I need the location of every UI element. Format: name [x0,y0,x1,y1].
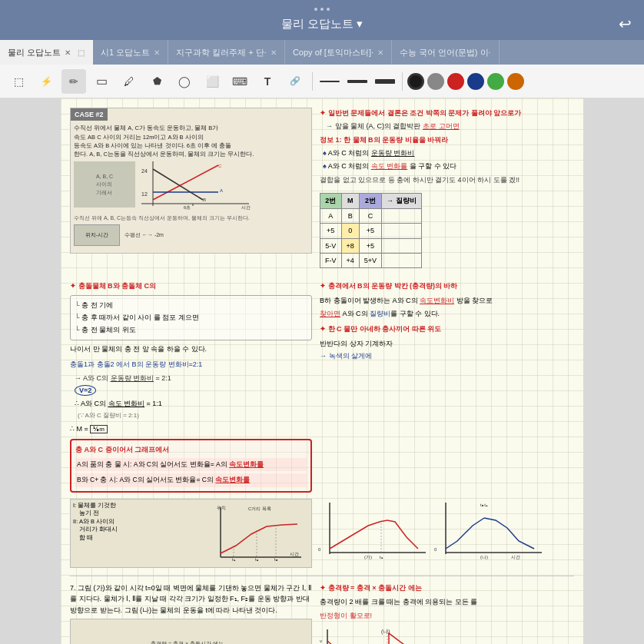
red-box-line1: A의 품의 충 물 시: A와 C의 실어서도 변화율= A의 속도변화를 [75,458,307,472]
color-green[interactable] [487,73,504,90]
title-text: 물리 오답노트 [281,17,354,32]
svg-text:B: B [203,198,206,202]
main-content[interactable]: CASE #2 수직선 위에서 물체 A, C가 동속도 운동하고, 물체 B가… [0,98,644,644]
highlighter-tool-button[interactable]: 🖊 [117,69,141,94]
top-section: CASE #2 수직선 위에서 물체 A, C가 동속도 운동하고, 물체 B가… [70,108,574,274]
graph-na: (나) 0 t₃ t₄ 시간 [434,499,546,563]
tab-close-icon[interactable]: ✕ [154,48,160,57]
problem7-text: 7. 그림 (가)와 같이 시각 t=0일 때 벽면에 물체를 기댄하 놓으면 … [70,583,312,616]
middle-section: ✦ 충돌물체 B와 충돌체 C의 └ 충 전 기에 └ 충 후 때까서 같이 사… [70,281,574,493]
red-box-header: 충 A와 C 증이어서 그래프에서 [75,444,307,455]
app-title: 물리 오답노트 ▾ [281,17,363,32]
svg-text:t₁: t₁ [232,557,236,562]
problem7-left: 7. 그림 (가)와 같이 시각 t=0일 때 벽면에 물체를 기댄하 놓으면 … [70,583,312,644]
velocity-time-graph: t₁ t₂ t₃ t₄ 시간 0 v (나) [320,626,473,644]
bluetooth-button[interactable]: ⚡ [34,69,58,94]
svg-text:t₃: t₃ [274,557,278,562]
svg-text:시간: 시간 [511,555,520,559]
svg-text:충격량 = 충격 × 충돌시간 에는: 충격량 = 충격 × 충돌시간 에는 [151,641,224,644]
back-button[interactable]: ↩ [619,15,632,33]
conclusion-line: 결합을 없고 있으므로 등 충에 하시만 결기도 4이어 하시 도를 겠!! [320,174,574,185]
collision-box: └ 충 전 기에 └ 충 후 때까서 같이 사이 를 점포 계으면 └ 충 전 … [70,295,312,340]
mass-formula: ∴ M = ⅓m [70,423,312,435]
color-gray[interactable] [427,73,444,90]
tab-korean-language[interactable]: 수능 국어 언어(문법) 이· [392,40,500,65]
dropdown-icon[interactable]: ▾ [357,17,363,31]
svg-text:(가): (가) [364,555,372,559]
tab-copy-toeic[interactable]: Copy of [토익마스터]· ✕ [285,40,392,65]
collision-item2: └ 충 후 때까서 같이 사이 를 점포 계으면 [75,312,307,323]
tab-physics-notes[interactable]: 물리 오답노트 ✕ ⬚ [0,40,93,65]
link-button[interactable]: 🔗 [283,69,307,94]
mass-ratio: ∴ A와 C의 속도 변화비 = 1:1 [75,398,312,409]
right-star-heading: ✦ 충격에서 B의 운동량 박칸 (충격량)의 바하 [320,281,574,291]
impulse-line2: 반정형이 활모로! [320,610,574,621]
bottom-star-heading: ✦ 한 C 물만 아네하 충사끼어 따른 위도 [320,324,574,334]
position-graph: 12 24 C A B 시간 6 [141,161,257,211]
svg-text:6초: 6초 [184,205,191,210]
svg-text:v: v [320,639,322,643]
right-analysis2: ✦ 충격에서 B의 운동량 박칸 (충격량)의 바하 B하 충돌이어 발생하는 … [320,281,574,493]
star-heading: ✦ 일반번 문제들에서 결론은 조건 박쪽의 문제가 풀려야 앞으로가 [320,108,574,118]
color-black[interactable] [407,73,424,90]
svg-text:A: A [220,188,223,193]
text-tool-button[interactable]: T [255,69,280,94]
thick-line-button[interactable] [373,69,397,94]
problem7-svg: F Ⅰ구간 Ⅱ구간 F₁ F₂ 충격량 = 충격 × 충돌시간 에는 충격량이 … [74,622,304,644]
arrow-line1: → 앞을 물체 (A, C)의 결합박판 초로 고머면 [326,121,574,131]
tab-close-icon[interactable]: ✕ [377,48,383,57]
graph-ga-svg: (가) 0 t₁ [318,499,430,560]
right-line2: 찾아면 A와 C의 질량비를 구할 수 있다. [320,308,574,319]
dot3 [327,8,330,11]
table-container: 2번 M 2번 → 질량비 A B C +5 [320,190,574,271]
impulse-heading: ✦ 충격량 = 충격 × 충돌시간 에는 [320,583,574,593]
thick-line-icon [375,79,395,84]
tab-close-icon[interactable]: ✕ [271,48,277,57]
keyboard-button[interactable]: ⌨ [227,69,252,94]
toolbar: ⬚ ⚡ ✏ ▭ 🖊 ⬟ ◯ ⬜ ⌨ T 🔗 [0,65,644,98]
svg-text:C: C [218,164,222,168]
svg-text:(나): (나) [480,555,488,559]
physics-diagram-box: I: 물체를 기것한 높기 전 II: A와 B 사이의 거리가 화대시 함 때… [70,499,312,568]
color-orange[interactable] [507,73,524,90]
lasso-tool-button[interactable]: ⬚ [6,69,31,94]
svg-text:12: 12 [141,191,148,197]
eraser-tool-button[interactable]: ▭ [89,69,114,94]
color-red[interactable] [447,73,464,90]
tab-si-notes[interactable]: 시1 오답노트 ✕ [93,40,168,65]
tab-label: Copy of [토익마스터]· [293,47,373,58]
problem7-diagram: F Ⅰ구간 Ⅱ구간 F₁ F₂ 충격량 = 충격 × 충돌시간 에는 충격량이 … [70,619,312,644]
title-bar: 물리 오답노트 ▾ ↩ [0,0,644,40]
section-label1: 정보 1: 한 물체 B의 운동량 비율을 바꿔라 [320,134,574,145]
lasso2-tool-button[interactable]: ◯ [172,69,197,94]
ratio-condition: (∵ A와 C 질량비 = 2:1) [78,411,312,421]
tab-label: 수능 국어 언어(문법) 이· [400,47,491,58]
medium-line-icon [347,80,367,83]
impulse-line1: 충격량이 2 배를 크를 때는 충격에 의용되는 모든 를 [320,596,574,607]
medium-line-button[interactable] [345,69,370,94]
tab-close-icon[interactable]: ✕ [65,48,71,57]
graph-ga: (가) 0 t₁ [318,499,430,563]
tab-earth-science[interactable]: 지구과학 킬러주제 + 단· ✕ [168,40,285,65]
color-blue[interactable] [467,73,484,90]
pen-tool-button[interactable]: ✏ [61,69,86,94]
divider1 [312,72,313,91]
svg-text:위치: 위치 [217,506,226,510]
collision-item1: └ 충 전 기에 [75,300,307,310]
bottom-line1: 반반다의 상자 기계하자 [320,338,574,349]
svg-text:(나): (나) [381,629,390,635]
shapes-tool-button[interactable]: ⬟ [144,69,169,94]
thin-line-button[interactable] [317,69,342,94]
bottom-images-section: I: 물체를 기것한 높기 전 II: A와 B 사이의 거리가 화대시 함 때… [70,499,574,568]
image-insert-button[interactable]: ⬜ [200,69,224,94]
collision-ratio: 충돌1과 충돌2 에서 B의 운동량 변화비=2:1 [70,359,312,370]
svg-text:시간: 시간 [290,552,299,556]
tab-label: 시1 오답노트 [101,47,150,58]
svg-text:t₁: t₁ [380,555,383,559]
ratio-arrow: → A와 C의 운동량 변화비 = 2:1 [75,373,312,383]
subline2: ♠ A와 C 처럼의 속도 변화를 을 구할 수 있다 [323,161,574,171]
problem7-section: 7. 그림 (가)와 같이 시각 t=0일 때 벽면에 물체를 기댄하 놓으면 … [70,576,574,644]
v-circle: V=2 [75,385,312,396]
svg-text:시간: 시간 [241,205,251,210]
svg-text:t₂: t₂ [255,557,259,562]
